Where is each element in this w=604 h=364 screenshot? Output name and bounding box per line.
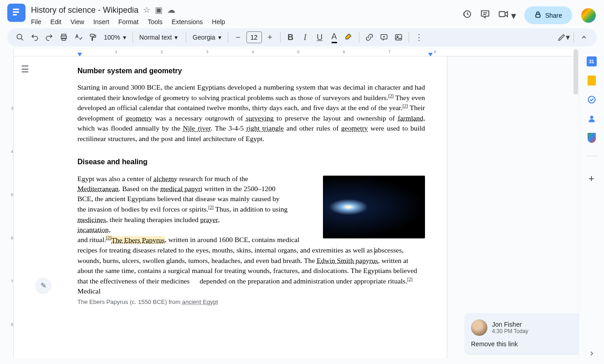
menu-insert[interactable]: Insert <box>93 18 109 25</box>
wiki-link[interactable]: right triangle <box>246 124 284 132</box>
paragraph: Starting in around 3000 BCE, the ancient… <box>77 82 425 144</box>
calendar-icon[interactable]: 31 <box>587 56 597 66</box>
ruler-tick: 4 <box>251 50 254 54</box>
paragraph-style-dropdown[interactable]: Normal text ▾ <box>137 34 182 41</box>
font-size-input[interactable]: 12 <box>246 31 262 43</box>
wiki-link-highlighted[interactable]: Ebers Papyrus <box>124 236 165 244</box>
vertical-ruler: 3 4 5 6 7 8 <box>7 49 14 359</box>
wiki-link[interactable]: Nile river <box>183 124 211 132</box>
docs-logo-icon[interactable] <box>7 4 26 22</box>
contacts-icon[interactable] <box>587 114 597 124</box>
svg-point-8 <box>17 34 22 39</box>
svg-point-18 <box>590 116 593 119</box>
ruler-tick: 3 <box>11 106 13 111</box>
highlight-color-button[interactable] <box>343 31 355 44</box>
move-icon[interactable]: ▣ <box>155 5 163 15</box>
wiki-link[interactable]: farmland <box>398 114 423 122</box>
footnote-link[interactable]: [2] <box>403 103 408 108</box>
wiki-link[interactable]: incantation <box>77 226 109 233</box>
menu-file[interactable]: File <box>31 18 41 25</box>
history-icon[interactable] <box>462 9 472 22</box>
comment-card[interactable]: Jon Fisher 4:30 PM Today Remove this lin… <box>465 313 578 354</box>
cloud-status-icon[interactable]: ☁ <box>167 5 175 15</box>
insert-link-icon[interactable] <box>363 31 376 44</box>
undo-icon[interactable] <box>28 31 41 44</box>
wiki-link[interactable]: alchemy <box>154 175 178 182</box>
style-value: Normal text <box>139 34 172 41</box>
italic-button[interactable]: I <box>299 31 312 44</box>
redo-icon[interactable] <box>43 31 56 44</box>
editing-mode-button[interactable]: ▾ <box>557 31 570 44</box>
ruler-tick: 5 <box>11 192 13 197</box>
chevron-down-icon: ▾ <box>218 34 221 41</box>
svg-rect-0 <box>13 9 19 10</box>
footnote-link[interactable]: [2] <box>388 93 394 98</box>
menu-help[interactable]: Help <box>212 18 225 25</box>
menu-tools[interactable]: Tools <box>148 18 163 25</box>
font-size-minus-button[interactable]: − <box>232 31 245 44</box>
horizontal-ruler: 1 2 3 4 5 6 7 8 <box>14 49 578 56</box>
account-avatar[interactable] <box>580 7 597 24</box>
collapse-toolbar-button[interactable] <box>578 31 590 44</box>
toolbar: 100% ▾ Normal text ▾ Georgia ▾ − 12 + B … <box>7 28 597 46</box>
wiki-link[interactable]: Edwin Smith papyrus <box>317 257 378 264</box>
document-title[interactable]: History of science - Wikipedia <box>31 5 138 15</box>
ruler-tick: 6 <box>343 50 345 54</box>
wiki-link[interactable]: surveying <box>246 114 274 122</box>
wiki-link[interactable]: geometry <box>126 114 153 122</box>
document-scroll-area[interactable]: 1 2 3 4 5 6 7 8 Number system and geomet… <box>14 49 578 359</box>
comment-author: Jon Fisher <box>492 321 528 328</box>
ruler-tick: 7 <box>388 50 390 54</box>
wiki-link[interactable]: medical papyri <box>160 185 203 192</box>
wiki-link[interactable]: prayer <box>200 216 218 223</box>
explore-icon[interactable]: ✎ <box>36 278 51 293</box>
comment-text: Remove this link <box>471 340 575 348</box>
keep-icon[interactable] <box>587 76 597 86</box>
text-color-button[interactable]: A <box>328 31 341 44</box>
get-addons-icon[interactable]: + <box>587 174 597 184</box>
hide-side-panel-icon[interactable] <box>587 349 597 359</box>
embedded-image[interactable] <box>323 176 425 238</box>
document-page[interactable]: Number system and geometry Starting in a… <box>14 56 447 359</box>
font-size-plus-button[interactable]: + <box>264 31 276 44</box>
font-family-dropdown[interactable]: Georgia ▾ <box>190 34 224 41</box>
star-icon[interactable]: ☆ <box>143 5 150 15</box>
scrollbar-thumb[interactable] <box>573 49 578 95</box>
spellcheck-icon[interactable] <box>72 31 85 44</box>
zoom-dropdown[interactable]: 100% ▾ <box>101 34 129 41</box>
meet-icon[interactable]: ▾ <box>498 9 516 22</box>
left-margin-marker[interactable] <box>77 53 82 56</box>
maps-icon[interactable] <box>587 133 597 143</box>
menu-format[interactable]: Format <box>118 18 138 25</box>
wiki-link[interactable]: Mediterranean <box>77 185 118 192</box>
footnote-link[interactable]: [2] <box>208 205 214 210</box>
right-margin-marker[interactable] <box>428 53 433 56</box>
comments-icon[interactable] <box>480 9 490 22</box>
svg-rect-6 <box>499 11 505 16</box>
bold-button[interactable]: B <box>284 31 297 44</box>
menu-extensions[interactable]: Extensions <box>172 18 203 25</box>
svg-rect-15 <box>395 35 402 40</box>
more-icon[interactable]: ⋮ <box>413 31 425 44</box>
wiki-link[interactable]: geometry <box>341 124 368 132</box>
add-comment-icon[interactable] <box>378 31 390 44</box>
underline-button[interactable]: U <box>313 31 326 44</box>
chevron-down-icon: ▾ <box>123 34 126 41</box>
share-button[interactable]: Share <box>524 6 572 24</box>
footnote-link[interactable]: [2] <box>407 277 413 282</box>
insert-image-icon[interactable] <box>392 31 405 44</box>
tasks-icon[interactable] <box>587 95 597 105</box>
menu-edit[interactable]: Edit <box>51 18 61 25</box>
menu-view[interactable]: View <box>71 18 84 25</box>
image-caption: The Ebers Papyrus (c. 1550 BCE) from anc… <box>77 298 218 305</box>
search-icon[interactable] <box>14 31 26 44</box>
title-bar: History of science - Wikipedia ☆ ▣ ☁ Fil… <box>0 0 604 28</box>
outline-toggle-icon[interactable]: ☰ <box>21 64 29 75</box>
footnote-link[interactable]: [2] <box>106 235 112 240</box>
svg-rect-7 <box>536 14 540 17</box>
print-icon[interactable] <box>57 31 70 44</box>
wiki-link[interactable]: medicines <box>77 216 106 223</box>
wiki-link[interactable]: ancient Egypt <box>182 298 218 305</box>
ruler-tick: 6 <box>11 236 13 240</box>
paint-format-icon[interactable] <box>87 31 99 44</box>
